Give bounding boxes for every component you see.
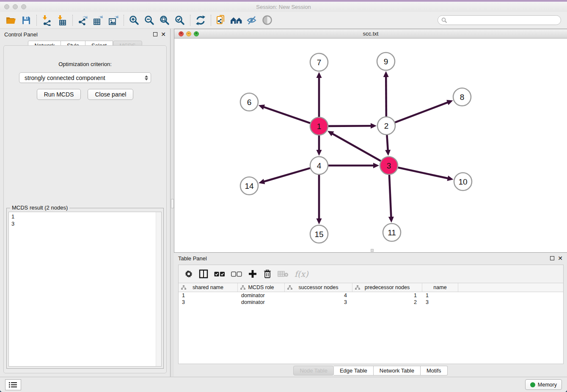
table-cell[interactable]: dominator (238, 299, 285, 306)
table-cell[interactable]: 3 (422, 299, 458, 306)
save-session-icon[interactable] (19, 13, 34, 28)
column-header-label: shared name (193, 284, 223, 290)
edge-2-9[interactable] (386, 76, 386, 116)
toolbar-separator (124, 15, 124, 26)
column-header-name[interactable]: name (422, 283, 458, 292)
edge-3-10[interactable] (398, 168, 448, 179)
zoom-in-icon[interactable] (127, 13, 142, 28)
zoom-selected-icon[interactable] (172, 13, 187, 28)
app-window: Session: New Session (0, 0, 567, 392)
edge-arrowhead (317, 72, 322, 78)
table-cell[interactable]: dominator (238, 292, 285, 299)
result-scrollbar[interactable] (156, 212, 161, 366)
mcds-result-textarea[interactable]: 13 (8, 212, 162, 367)
edge-arrowhead (317, 150, 322, 156)
table-tab-network-table[interactable]: Network Table (374, 366, 421, 375)
table-float-icon[interactable] (550, 256, 554, 260)
task-history-button[interactable] (5, 379, 21, 390)
network-resize-handle[interactable] (371, 249, 374, 252)
table-cell[interactable]: 3 (285, 299, 352, 306)
mcds-result-group: MCDS result (2 nodes) 13 (6, 208, 164, 369)
column-header-MCDS-role[interactable]: MCDS role (238, 283, 285, 292)
export-network-icon[interactable] (75, 13, 91, 28)
add-column-icon[interactable] (248, 269, 257, 279)
toolbar-separator (36, 15, 37, 26)
edge-4-14[interactable] (264, 168, 310, 182)
edge-2-3[interactable] (387, 135, 388, 151)
column-manager-icon[interactable] (199, 269, 208, 279)
open-session-icon[interactable] (3, 13, 19, 28)
network-window-title: scc.txt (174, 30, 567, 37)
panel-splitter[interactable] (170, 29, 174, 377)
table-row[interactable]: 1dominator411 (179, 292, 563, 299)
delete-table-icon[interactable] (278, 270, 289, 278)
edge-arrowhead (371, 123, 377, 129)
import-table-icon[interactable] (55, 13, 70, 28)
table-cell[interactable]: 1 (179, 292, 238, 299)
float-panel-icon[interactable] (153, 32, 157, 36)
home-layout-icon[interactable] (229, 13, 244, 28)
table-toolbar: f(x) (179, 265, 563, 283)
memory-button[interactable]: Memory (525, 379, 562, 390)
show-graphics-icon[interactable] (259, 13, 275, 28)
table-tab-motifs[interactable]: Motifs (421, 366, 448, 375)
select-stepper-icon (145, 75, 148, 80)
zoom-fit-icon[interactable] (157, 13, 172, 28)
network-canvas[interactable]: 7968124314101511 (174, 39, 567, 252)
graph-node-label: 6 (247, 98, 252, 107)
graph-node-label: 1 (317, 122, 322, 131)
table-cell[interactable]: 2 (352, 299, 422, 306)
run-mcds-button[interactable]: Run MCDS (37, 89, 81, 100)
table-body: 1dominator4113dominator323 (179, 292, 563, 306)
table-settings-icon[interactable] (184, 270, 193, 278)
table-cell[interactable]: 3 (179, 299, 238, 306)
edge-3-11[interactable] (389, 175, 391, 218)
edge-arrowhead (446, 100, 453, 105)
clone-network-icon[interactable] (214, 13, 229, 28)
zoom-out-icon[interactable] (142, 13, 157, 28)
close-panel-icon[interactable]: ✕ (161, 32, 166, 36)
splitter-grip[interactable] (171, 199, 174, 208)
table-cell[interactable]: 4 (285, 292, 352, 299)
optimization-criterion-label: Optimization criterion: (4, 61, 166, 67)
search-field[interactable] (438, 15, 561, 25)
column-header-successor-nodes[interactable]: successor nodes (285, 283, 352, 292)
import-network-icon[interactable] (39, 13, 55, 28)
table-row[interactable]: 3dominator323 (179, 299, 563, 306)
control-panel: Control Panel ✕ NetworkStyleSelectMCDS O… (0, 29, 170, 377)
edge-2-8[interactable] (395, 102, 449, 122)
delete-column-icon[interactable] (263, 269, 272, 279)
column-header-predecessor-nodes[interactable]: predecessor nodes (352, 283, 422, 292)
search-area (438, 15, 561, 25)
function-builder-icon[interactable]: f(x) (295, 269, 308, 279)
edge-1-6[interactable] (263, 107, 310, 123)
table-card: f(x) shared nameMCDS rolesuccessor nodes… (178, 265, 564, 364)
table-cell[interactable]: 1 (352, 292, 422, 299)
node-table: shared nameMCDS rolesuccessor nodesprede… (179, 283, 563, 364)
deselect-all-checks-icon[interactable] (231, 271, 242, 277)
export-table-icon[interactable] (91, 13, 106, 28)
column-header-label: name (433, 284, 446, 290)
refresh-icon[interactable] (193, 13, 208, 28)
graph-node-label: 9 (384, 57, 388, 66)
table-close-icon[interactable]: ✕ (558, 256, 563, 260)
network-graph[interactable]: 7968124314101511 (174, 39, 566, 251)
criterion-select[interactable]: strongly connected component (19, 72, 151, 83)
table-tab-node-table[interactable]: Node Table (293, 366, 334, 375)
search-input[interactable] (449, 17, 557, 23)
close-panel-button[interactable]: Close panel (88, 89, 133, 100)
edge-arrowhead (447, 176, 453, 181)
column-type-icon (240, 285, 245, 290)
edge-1-2[interactable] (328, 126, 372, 126)
edge-3-1[interactable] (332, 133, 380, 161)
column-header-shared-name[interactable]: shared name (179, 283, 238, 292)
graph-node-label: 4 (317, 161, 322, 170)
edge-arrowhead (373, 163, 379, 168)
table-cell[interactable]: 1 (422, 292, 458, 299)
export-image-icon[interactable] (106, 13, 121, 28)
table-panel: Table Panel ✕ (174, 253, 567, 377)
network-window-titlebar: ✕ − + scc.txt (174, 29, 567, 39)
select-all-checks-icon[interactable] (214, 271, 225, 277)
hide-style-icon[interactable] (244, 13, 259, 28)
table-tab-edge-table[interactable]: Edge Table (334, 366, 374, 375)
